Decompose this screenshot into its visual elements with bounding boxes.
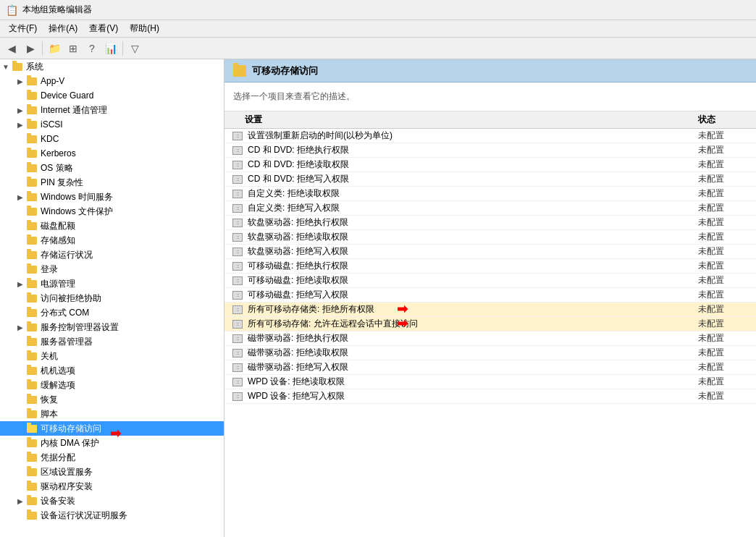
content-row-5[interactable]: 自定义类: 拒绝读取权限未配置 [224,187,756,201]
content-row-18[interactable]: WPD 设备: 拒绝读取权限未配置 [224,375,756,389]
policy-icon-11 [230,274,245,288]
expand-btn-login [14,263,26,275]
tree-item-power[interactable]: ▶电源管理 [0,276,224,291]
tree-item-storage[interactable]: 存储感知 [0,233,224,248]
expand-btn-distcom [14,307,26,318]
expand-btn-deviceinst[interactable]: ▶ [14,495,26,507]
export-button[interactable]: 📊 [102,40,119,57]
tree-item-machine[interactable]: 机机选项 [0,363,224,378]
tree-item-storagerun[interactable]: 存储运行状况 [0,248,224,262]
tree-item-svcctrl[interactable]: ▶服务控制管理器设置 [0,320,224,334]
menu-action[interactable]: 操作(A) [43,21,83,36]
tree-item-login[interactable]: 登录 [0,262,224,276]
menu-file[interactable]: 文件(F) [3,21,43,36]
tree-item-winfile[interactable]: Windows 文件保护 [0,204,224,219]
tree-item-svcmgr[interactable]: 服务器管理器 [0,334,224,349]
content-row-10[interactable]: 可移动磁盘: 拒绝执行权限未配置 [224,259,756,274]
tree-item-cache[interactable]: 缓解选项 [0,378,224,392]
row-name-14: 所有可移动存储: 允许在远程会话中直接访问 [245,318,698,330]
expand-btn-internet[interactable]: ▶ [14,104,26,116]
tree-item-internet[interactable]: ▶Internet 通信管理 [0,103,224,117]
expand-btn-svcctrl[interactable]: ▶ [14,321,26,333]
tree-item-recover[interactable]: 恢复 [0,392,224,407]
grid-button[interactable]: ⊞ [64,40,82,57]
filter-button[interactable]: ▽ [126,40,143,57]
tree-item-appv[interactable]: ▶App-V [0,74,224,88]
expand-btn-appv[interactable]: ▶ [14,75,26,87]
folder-button[interactable]: 📁 [46,40,63,57]
folder-icon-machine [26,365,38,376]
tree-item-shutdown[interactable]: 关机 [0,349,224,363]
content-row-11[interactable]: 可移动磁盘: 拒绝读取权限未配置 [224,274,756,288]
tree-label-shutdown: 关机 [41,350,58,363]
content-row-17[interactable]: 磁带驱动器: 拒绝写入权限未配置 [224,360,756,375]
folder-header-icon [233,65,246,77]
content-row-13[interactable]: 所有可移动存储类: 拒绝所有权限未配置 [224,303,756,317]
tree-item-removable[interactable]: 可移动存储访问 [0,421,224,436]
menu-view[interactable]: 查看(V) [83,21,124,36]
tree-label-distcom: 分布式 COM [41,307,89,319]
folder-icon-removable [26,423,38,434]
row-status-7: 未配置 [698,216,756,229]
tree-item-kdc[interactable]: KDC [0,132,224,146]
content-row-4[interactable]: CD 和 DVD: 拒绝写入权限未配置 [224,172,756,187]
tree-label-xitong: 系统 [26,61,43,73]
forward-button[interactable]: ▶ [22,40,39,57]
tree-item-locale[interactable]: 区域设置服务 [0,465,224,479]
tree-item-kerneldma[interactable]: 内核 DMA 保护 [0,436,224,450]
content-row-3[interactable]: CD 和 DVD: 拒绝读取权限未配置 [224,158,756,172]
tree-item-credentials[interactable]: 凭据分配 [0,450,224,465]
back-button[interactable]: ◀ [3,40,20,57]
tree-item-wintime[interactable]: ▶Windows 时间服务 [0,190,224,204]
content-row-15[interactable]: 磁带驱动器: 拒绝执行权限未配置 [224,331,756,346]
content-row-2[interactable]: CD 和 DVD: 拒绝执行权限未配置 [224,143,756,158]
folder-icon-svcctrl [26,322,38,332]
expand-btn-xitong[interactable]: ▼ [0,61,12,72]
content-row-6[interactable]: 自定义类: 拒绝写入权限未配置 [224,201,756,216]
content-row-7[interactable]: 软盘驱动器: 拒绝执行权限未配置 [224,216,756,230]
expand-btn-wintime[interactable]: ▶ [14,191,26,203]
tree-item-ospolicy[interactable]: OS 策略 [0,161,224,175]
tree-item-script[interactable]: 脚本 [0,407,224,421]
row-name-2: CD 和 DVD: 拒绝执行权限 [245,144,698,156]
title-bar: 📋 本地组策略编辑器 [0,0,756,20]
folder-icon-locale [26,467,38,477]
content-row-14[interactable]: 所有可移动存储: 允许在远程会话中直接访问未配置 [224,317,756,331]
content-row-1[interactable]: 设置强制重新启动的时间(以秒为单位)未配置 [224,129,756,143]
content-row-19[interactable]: WPD 设备: 拒绝写入权限未配置 [224,389,756,404]
tree-label-storage: 存储感知 [41,234,75,247]
menu-help[interactable]: 帮助(H) [124,21,165,36]
content-row-8[interactable]: 软盘驱动器: 拒绝读取权限未配置 [224,230,756,245]
content-row-12[interactable]: 可移动磁盘: 拒绝写入权限未配置 [224,288,756,303]
tree-item-iscsi[interactable]: ▶iSCSI [0,117,224,132]
row-name-6: 自定义类: 拒绝写入权限 [245,202,698,214]
policy-icon-8 [230,230,245,245]
content-row-9[interactable]: 软盘驱动器: 拒绝写入权限未配置 [224,245,756,259]
folder-icon-kerneldma [26,438,38,448]
expand-btn-iscsi[interactable]: ▶ [14,119,26,130]
help-button[interactable]: ? [83,40,101,57]
tree-item-distcom[interactable]: 分布式 COM [0,305,224,320]
tree-item-diskpei[interactable]: 磁盘配额 [0,219,224,233]
folder-icon-storagerun [26,250,38,260]
toolbar-separator-2 [122,41,123,56]
tree-item-pin[interactable]: PIN 复杂性 [0,175,224,190]
folder-icon-shutdown [26,351,38,361]
tree-item-deviceinst[interactable]: ▶设备安装 [0,494,224,508]
row-name-12: 可移动磁盘: 拒绝写入权限 [245,289,698,301]
tree-label-locale: 区域设置服务 [41,466,93,478]
expand-btn-winfile [14,206,26,217]
tree-item-devrunstate[interactable]: 设备运行状况证明服务 [0,508,224,523]
tree-label-diskpei: 磁盘配额 [41,220,75,232]
tree-item-access[interactable]: 访问被拒绝协助 [0,291,224,305]
tree-label-deviceinst: 设备安装 [41,495,75,507]
folder-icon-internet [26,105,38,115]
tree-item-xitong[interactable]: ▼系统 [0,59,224,74]
folder-icon-driverinst [26,481,38,491]
tree-item-kerberos[interactable]: Kerberos [0,146,224,161]
expand-btn-power[interactable]: ▶ [14,278,26,289]
tree-label-appv: App-V [41,76,64,86]
tree-item-deviceguard[interactable]: Device Guard [0,88,224,103]
tree-item-driverinst[interactable]: 驱动程序安装 [0,479,224,494]
content-row-16[interactable]: 磁带驱动器: 拒绝读取权限未配置 [224,346,756,360]
